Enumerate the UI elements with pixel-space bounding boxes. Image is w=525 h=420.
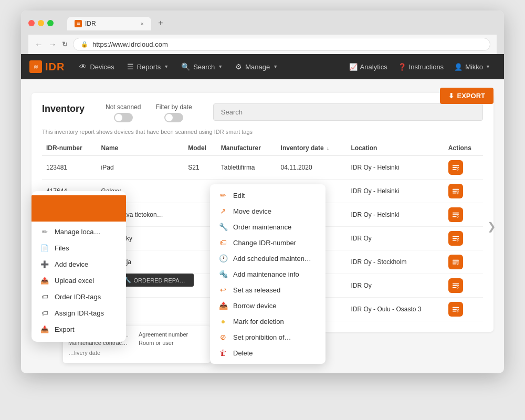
- left-menu-item[interactable]: ➕ Add device: [32, 256, 126, 272]
- logo-text: IDR: [45, 61, 65, 73]
- nav-instructions[interactable]: ❓ Instructions: [393, 54, 449, 79]
- left-menu-item[interactable]: 📄 Files: [32, 240, 126, 256]
- history-delivery-row: …livery date: [68, 348, 205, 358]
- ordered-repairs-tab[interactable]: 🔧 ORDERED REPA…: [116, 274, 194, 287]
- context-item-label: Add maintenance info: [233, 270, 299, 278]
- context-icon: ↩: [218, 286, 228, 294]
- lock-icon: 🔒: [81, 41, 88, 48]
- left-menu-item[interactable]: ✏ Manage loca…: [32, 224, 126, 240]
- cell-location: IDR Oy: [346, 274, 444, 298]
- user-dropdown-icon: ▼: [486, 64, 490, 69]
- maximize-dot[interactable]: [47, 20, 54, 26]
- left-menu-item[interactable]: 📤 Upload excel: [32, 272, 126, 289]
- reload-button[interactable]: ↻: [62, 40, 68, 48]
- reports-label: Reports: [137, 63, 161, 71]
- svg-rect-0: [453, 165, 459, 166]
- devices-icon: 👁: [79, 62, 87, 71]
- svg-rect-24: [453, 260, 459, 261]
- url-text: https://www.idrcloud.com: [92, 40, 168, 48]
- action-button[interactable]: [448, 278, 463, 293]
- cell-actions: [444, 227, 483, 250]
- context-menu-item[interactable]: ↩ Set as released: [210, 282, 326, 298]
- nav-item-devices[interactable]: 👁 Devices: [73, 54, 120, 79]
- context-icon: ●: [218, 317, 228, 326]
- col-actions: Actions: [444, 141, 483, 155]
- not-scanned-filter: Not scanned: [106, 103, 141, 122]
- context-item-label: Set as released: [233, 286, 280, 294]
- export-button[interactable]: ⬇ EXPORT: [440, 88, 494, 104]
- context-icon: 🔩: [218, 270, 228, 278]
- reports-dropdown-icon: ▼: [164, 64, 169, 69]
- left-menu-label: Export: [55, 326, 75, 333]
- search-dropdown-icon: ▼: [218, 64, 223, 69]
- minimize-dot[interactable]: [38, 20, 44, 26]
- cell-actions: [444, 155, 483, 180]
- context-menu-item[interactable]: ↗ Move device: [210, 203, 326, 219]
- action-button[interactable]: [448, 302, 463, 317]
- user-label: Mikko: [465, 63, 483, 71]
- cell-location: IDR Oy - Helsinki: [346, 203, 444, 227]
- action-button[interactable]: [448, 184, 463, 198]
- nav-item-manage[interactable]: ⚙ Manage ▼: [229, 54, 284, 79]
- search-input[interactable]: [213, 103, 483, 121]
- inventory-header: Inventory Not scanned Filter by date: [42, 103, 483, 122]
- context-menu-item[interactable]: 📤 Borrow device: [210, 298, 326, 313]
- left-menu-item[interactable]: 🏷 Order IDR-tags: [32, 289, 126, 305]
- context-icon: 🏷: [218, 238, 228, 247]
- svg-rect-30: [453, 284, 459, 285]
- context-menu-item[interactable]: ⊘ Set prohibition of…: [210, 329, 326, 345]
- filter-date-label: Filter by date: [155, 103, 192, 111]
- left-menu-label: Order IDR-tags: [55, 293, 101, 301]
- tab-close-button[interactable]: ×: [141, 20, 144, 27]
- new-tab-button[interactable]: +: [153, 16, 168, 30]
- content-area: ⬇ EXPORT Inventory Not scanned Filter by…: [21, 79, 504, 373]
- app-logo[interactable]: ≋ IDR: [29, 60, 65, 73]
- action-button[interactable]: [448, 160, 463, 175]
- action-button[interactable]: [448, 207, 463, 222]
- context-menu: ✏ Edit ↗ Move device 🔧 Order maintenance…: [210, 184, 326, 364]
- context-menu-item[interactable]: 🗑 Delete: [210, 345, 326, 361]
- left-menu-icon: 🏷: [40, 309, 49, 317]
- nav-item-reports[interactable]: ☰ Reports ▼: [121, 54, 175, 79]
- table-header-row: IDR-number Name Model Manufacturer Inven…: [42, 141, 483, 155]
- cell-location: IDR Oy: [346, 227, 444, 250]
- back-button[interactable]: ←: [35, 40, 43, 49]
- nav-user[interactable]: 👤 Mikko ▼: [449, 54, 496, 79]
- forward-button[interactable]: →: [48, 40, 57, 49]
- left-menu-icon: ➕: [40, 260, 49, 268]
- left-menu-item[interactable]: 📥 Export: [32, 321, 126, 338]
- context-menu-item[interactable]: ✏ Edit: [210, 187, 326, 203]
- left-menu-item[interactable]: 🏷 Assign IDR-tags: [32, 305, 126, 321]
- repairs-label: ORDERED REPA…: [134, 277, 185, 284]
- context-menu-item[interactable]: 🔧 Order maintenance: [210, 219, 326, 235]
- action-button[interactable]: [448, 231, 463, 246]
- inventory-description: This inventory report shows devices that…: [42, 129, 483, 135]
- not-scanned-toggle[interactable]: [114, 113, 133, 122]
- context-menu-item[interactable]: 🏷 Change IDR-number: [210, 235, 326, 250]
- nav-analytics[interactable]: 📈 Analytics: [344, 54, 393, 79]
- col-date[interactable]: Inventory date ↓: [277, 141, 347, 155]
- context-menu-item[interactable]: 🔩 Add maintenance info: [210, 266, 326, 282]
- arrow-indicator: ❯: [487, 220, 496, 233]
- context-item-label: Delete: [233, 349, 253, 357]
- context-menu-item[interactable]: ● Mark for deletion: [210, 313, 326, 329]
- user-icon: 👤: [454, 63, 463, 71]
- context-icon: ✏: [218, 191, 228, 200]
- search-icon: 🔍: [181, 62, 190, 71]
- close-dot[interactable]: [28, 20, 35, 26]
- url-bar[interactable]: 🔒 https://www.idrcloud.com: [73, 38, 490, 51]
- context-menu-item[interactable]: 🕐 Add scheduled mainten…: [210, 250, 326, 266]
- cell-date: 04.11.2020: [277, 155, 347, 180]
- active-tab[interactable]: ≋ IDR ×: [67, 17, 151, 30]
- context-item-label: Set prohibition of…: [233, 333, 291, 341]
- cell-location: IDR Oy - Oulu - Osasto 3: [346, 298, 444, 321]
- svg-rect-6: [453, 189, 459, 190]
- action-button[interactable]: [448, 255, 463, 269]
- filter-group: Not scanned Filter by date: [106, 103, 192, 122]
- cell-idr: 123481: [42, 155, 97, 180]
- address-bar: ← → ↻ 🔒 https://www.idrcloud.com: [28, 35, 497, 54]
- devices-label: Devices: [90, 63, 114, 71]
- filter-date-toggle[interactable]: [164, 113, 183, 122]
- left-menu-icon: 🏷: [40, 293, 49, 301]
- nav-item-search[interactable]: 🔍 Search ▼: [175, 54, 229, 79]
